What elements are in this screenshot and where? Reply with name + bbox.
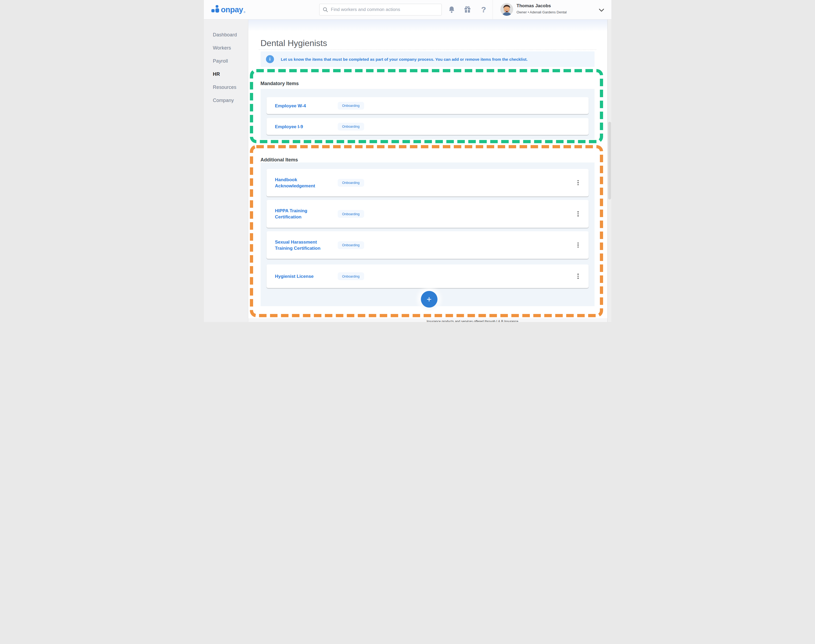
- page-title: Dental Hygienists: [260, 38, 327, 48]
- main-content: Dental Hygienists i Let us know the item…: [248, 19, 607, 322]
- sidebar-nav: Dashboard Workers Payroll HR Resources C…: [204, 19, 248, 107]
- sidebar: Dashboard Workers Payroll HR Resources C…: [204, 19, 248, 322]
- item-title: Handbook Acknowledgement: [275, 177, 332, 189]
- status-badge: Onboarding: [338, 123, 364, 130]
- item-menu-button[interactable]: [575, 241, 581, 249]
- user-menu[interactable]: Thomas Jacobs Owner • Adenali Gardens De…: [493, 0, 611, 19]
- status-badge: Onboarding: [338, 241, 364, 249]
- dotted-divider: [259, 49, 596, 50]
- sidebar-item-resources[interactable]: Resources: [213, 81, 248, 94]
- status-badge: Onboarding: [338, 210, 364, 218]
- status-badge: Onboarding: [338, 179, 364, 187]
- checklist-item-handbook-acknowledgement[interactable]: Handbook Acknowledgement Onboarding: [267, 169, 589, 196]
- sidebar-item-company[interactable]: Company: [213, 94, 248, 107]
- footer: Insurance products and services offered …: [248, 318, 607, 322]
- checklist-item-employee-w4[interactable]: Employee W-4 Onboarding: [267, 97, 589, 114]
- info-banner-text: Let us know the items that must be compl…: [281, 57, 528, 61]
- search-input[interactable]: [331, 7, 438, 12]
- help-icon: ?: [481, 6, 486, 14]
- item-menu-button[interactable]: [575, 210, 581, 218]
- item-menu-button[interactable]: [575, 272, 581, 280]
- item-title: Employee I-9: [275, 123, 332, 130]
- sidebar-item-dashboard[interactable]: Dashboard: [213, 28, 248, 41]
- add-item-button[interactable]: +: [421, 291, 437, 308]
- logo-text: onpay: [221, 6, 243, 14]
- vertical-scrollbar[interactable]: [607, 19, 611, 322]
- user-name: Thomas Jacobs: [517, 3, 551, 9]
- section-title-additional: Additional Items: [260, 157, 298, 163]
- status-badge: Onboarding: [338, 102, 364, 109]
- avatar: [500, 3, 513, 16]
- onpay-logo[interactable]: onpay ®: [211, 5, 246, 14]
- section-title-mandatory: Mandatory Items: [260, 81, 299, 86]
- notifications-button[interactable]: [446, 5, 457, 14]
- status-badge: Onboarding: [338, 273, 364, 280]
- item-title: Sexual Harassment Training Certification: [275, 239, 332, 251]
- header-shadow-gradient: [248, 19, 607, 32]
- info-icon: i: [266, 55, 274, 63]
- footer-disclaimer: Insurance products and services offered …: [427, 320, 519, 322]
- rewards-button[interactable]: [462, 5, 473, 14]
- help-button[interactable]: ?: [478, 5, 489, 14]
- global-search: [319, 4, 442, 15]
- checklist-item-sexual-harassment-training[interactable]: Sexual Harassment Training Certification…: [267, 231, 589, 259]
- registered-mark: ®: [244, 11, 245, 14]
- item-title: Employee W-4: [275, 103, 332, 109]
- checklist-item-hippa-training[interactable]: HIPPA Training Certification Onboarding: [267, 200, 589, 228]
- sidebar-item-payroll[interactable]: Payroll: [213, 55, 248, 68]
- gift-icon: [464, 6, 471, 13]
- onpay-logo-icon: [211, 5, 220, 14]
- bell-icon: [448, 6, 455, 13]
- checklist-item-employee-i9[interactable]: Employee I-9 Onboarding: [267, 118, 589, 135]
- checklist-item-hygienist-license[interactable]: Hygienist License Onboarding: [267, 264, 589, 288]
- item-menu-button[interactable]: [575, 179, 581, 187]
- info-banner: i Let us know the items that must be com…: [260, 51, 594, 67]
- chevron-down-icon[interactable]: [599, 8, 604, 13]
- app-window: onpay ®: [204, 0, 611, 322]
- search-icon: [323, 7, 328, 12]
- sidebar-item-workers[interactable]: Workers: [213, 41, 248, 55]
- user-role-company: Owner • Adenali Gardens Dental: [517, 10, 567, 14]
- item-title: HIPPA Training Certification: [275, 208, 332, 220]
- top-bar: onpay ®: [204, 0, 611, 20]
- scrollbar-thumb[interactable]: [608, 122, 611, 199]
- sidebar-item-hr[interactable]: HR: [213, 68, 248, 81]
